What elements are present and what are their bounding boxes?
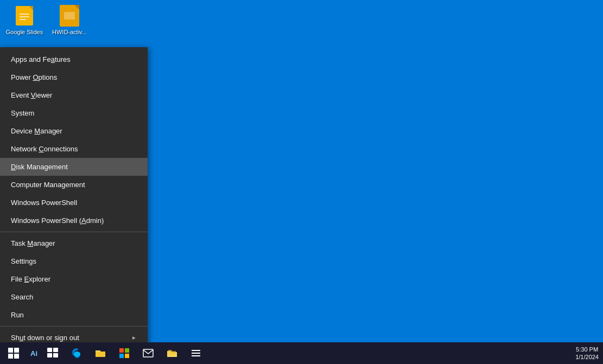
desktop-icon-hwid[interactable]: HWID-activ... bbox=[48, 3, 91, 38]
menu-item-disk-management[interactable]: Disk Management bbox=[0, 158, 148, 176]
menu-item-search[interactable]: Search bbox=[0, 288, 148, 306]
mail-button[interactable] bbox=[136, 342, 160, 364]
menu-item-device-manager[interactable]: Device Manager bbox=[0, 122, 148, 140]
svg-rect-8 bbox=[119, 348, 124, 353]
svg-rect-12 bbox=[143, 349, 153, 357]
edge-button[interactable] bbox=[65, 342, 88, 364]
taskbar-items bbox=[41, 342, 208, 364]
google-slides-label: Google Slides bbox=[6, 29, 43, 36]
task-view-button[interactable] bbox=[41, 342, 65, 364]
submenu-arrow-icon: ► bbox=[131, 335, 137, 341]
menu-item-run[interactable]: Run bbox=[0, 306, 148, 324]
menu-item-task-manager[interactable]: Task Manager bbox=[0, 234, 148, 252]
desktop-icon-google-slides[interactable]: Google Slides bbox=[3, 3, 46, 38]
svg-rect-6 bbox=[47, 353, 52, 357]
tray-date: 1/1/2024 bbox=[575, 353, 599, 361]
svg-rect-3 bbox=[14, 354, 19, 359]
svg-rect-7 bbox=[53, 353, 58, 357]
hwid-icon bbox=[59, 5, 80, 27]
file-explorer-button[interactable] bbox=[88, 342, 112, 364]
microsoft-store-icon bbox=[118, 347, 130, 359]
svg-rect-5 bbox=[53, 348, 58, 352]
svg-rect-1 bbox=[14, 348, 19, 353]
svg-rect-0 bbox=[8, 348, 13, 353]
menu-item-windows-powershell[interactable]: Windows PowerShell bbox=[0, 194, 148, 212]
hwid-label: HWID-activ... bbox=[52, 29, 87, 36]
windows-logo-icon bbox=[8, 347, 20, 359]
desktop: Google Slides HWID-activ... Apps and Fea… bbox=[0, 0, 603, 364]
folders-icon bbox=[166, 347, 178, 359]
menu-item-windows-powershell-admin[interactable]: Windows PowerShell (Admin) bbox=[0, 212, 148, 229]
menu-item-network-connections[interactable]: Network Connections bbox=[0, 140, 148, 158]
system-tray: 5:30 PM 1/1/2024 bbox=[575, 346, 603, 361]
svg-rect-9 bbox=[125, 348, 129, 353]
svg-rect-4 bbox=[47, 348, 52, 352]
menu-item-system[interactable]: System bbox=[0, 104, 148, 122]
menu-item-settings[interactable]: Settings bbox=[0, 252, 148, 270]
edge-icon bbox=[71, 347, 82, 359]
svg-rect-10 bbox=[119, 354, 124, 358]
menu-item-power-options[interactable]: Power Options bbox=[0, 68, 148, 86]
google-slides-icon bbox=[14, 5, 35, 27]
context-menu: Apps and Features Power Options Event Vi… bbox=[0, 47, 148, 364]
mail-icon bbox=[142, 347, 154, 359]
start-button[interactable] bbox=[0, 342, 27, 364]
menu-item-file-explorer[interactable]: File Explorer bbox=[0, 270, 148, 288]
folders-button[interactable] bbox=[160, 342, 184, 364]
tools-button[interactable] bbox=[184, 342, 208, 364]
svg-rect-2 bbox=[8, 354, 13, 359]
tray-time: 5:30 PM bbox=[576, 346, 598, 353]
svg-rect-11 bbox=[125, 354, 129, 358]
ai-badge[interactable]: Ai bbox=[27, 349, 41, 357]
tray-clock[interactable]: 5:30 PM 1/1/2024 bbox=[575, 346, 599, 361]
file-explorer-icon bbox=[94, 347, 106, 359]
menu-item-apps-features[interactable]: Apps and Features bbox=[0, 50, 148, 68]
menu-divider-1 bbox=[0, 232, 148, 232]
microsoft-store-button[interactable] bbox=[112, 342, 136, 364]
taskbar: Ai bbox=[0, 342, 603, 364]
menu-item-event-viewer[interactable]: Event Viewer bbox=[0, 86, 148, 104]
menu-divider-2 bbox=[0, 326, 148, 327]
task-view-icon bbox=[47, 347, 59, 359]
menu-item-computer-management[interactable]: Computer Management bbox=[0, 176, 148, 194]
tools-icon bbox=[190, 347, 202, 359]
